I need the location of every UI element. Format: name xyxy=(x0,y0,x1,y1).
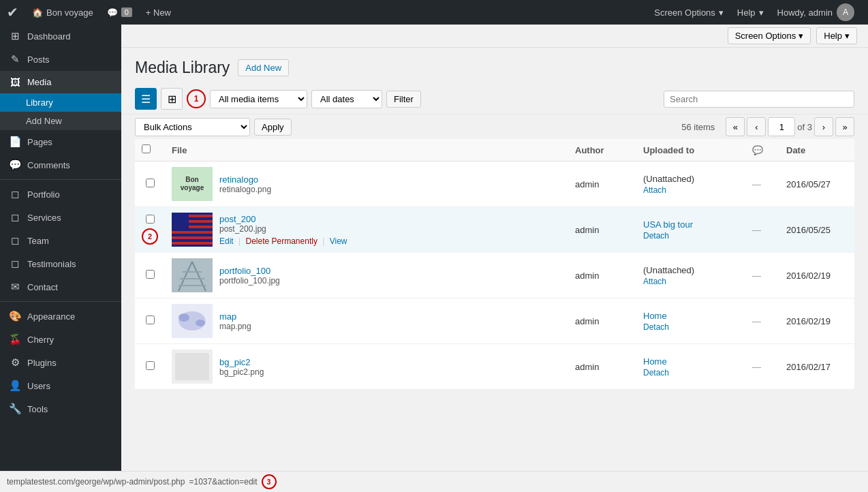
sidebar-item-services[interactable]: ◻ Services xyxy=(0,206,121,229)
row-checkbox-map[interactable] xyxy=(146,316,155,324)
row-author-map: admin xyxy=(568,298,636,344)
sidebar-label-dashboard: Dashboard xyxy=(27,31,71,42)
file-title-map[interactable]: map xyxy=(219,311,251,322)
apply-button[interactable]: Apply xyxy=(254,119,292,136)
prev-page-button[interactable]: ‹ xyxy=(747,117,766,136)
sidebar-item-posts[interactable]: ✎ Posts xyxy=(0,48,121,71)
thumb-cell-bgpic2: bg_pic2 bg_pic2.png xyxy=(172,350,561,384)
comment-count-portfolio100: — xyxy=(752,271,761,281)
filter-button[interactable]: Filter xyxy=(386,91,421,108)
sidebar-item-pages[interactable]: 📄 Pages xyxy=(0,130,121,153)
uploaded-to-post200[interactable]: USA big tour xyxy=(643,219,693,230)
file-title-portfolio100[interactable]: portfolio_100 xyxy=(219,266,280,276)
row-comment-retinalogo: — xyxy=(745,162,779,207)
help-button[interactable]: Help ▾ xyxy=(730,0,771,25)
users-icon: 👤 xyxy=(8,380,22,392)
sidebar-item-cherry[interactable]: 🍒 Cherry xyxy=(0,328,121,351)
file-name-post200: post_200.jpg xyxy=(219,224,347,234)
sidebar-item-media[interactable]: 🖼 Media xyxy=(0,71,121,93)
file-info-retinalogo: retinalogo retinalogo.png xyxy=(219,174,271,194)
media-type-filter[interactable]: All media items Images Audio Video Docum… xyxy=(210,90,307,108)
col-header-date[interactable]: Date xyxy=(779,139,854,162)
file-title-bgpic2[interactable]: bg_pic2 xyxy=(219,357,264,367)
col-header-check xyxy=(135,139,165,162)
row-comment-bgpic2: — xyxy=(745,344,779,390)
attach-link-portfolio100[interactable]: Attach xyxy=(643,277,739,286)
portfolio-icon: ◻ xyxy=(8,188,22,200)
sidebar-item-users[interactable]: 👤 Users xyxy=(0,374,121,397)
row-file-bgpic2: bg_pic2 bg_pic2.png xyxy=(165,344,568,390)
list-view-button[interactable]: ☰ xyxy=(135,88,157,110)
file-title-post200[interactable]: post_200 xyxy=(219,214,347,224)
search-input[interactable] xyxy=(664,91,854,108)
delete-link-post200[interactable]: Delete Permanently xyxy=(246,236,317,246)
help-button-top[interactable]: Help ▾ xyxy=(816,27,857,44)
col-header-file[interactable]: File xyxy=(165,139,568,162)
detach-link-post200[interactable]: Detach xyxy=(643,231,739,241)
sidebar-media-submenu: Library Add New xyxy=(0,93,121,130)
row-checkbox-retinalogo[interactable] xyxy=(146,179,155,187)
uploaded-to-bgpic2[interactable]: Home xyxy=(643,356,667,367)
sidebar-item-portfolio[interactable]: ◻ Portfolio xyxy=(0,183,121,206)
select-all-checkbox[interactable] xyxy=(142,144,151,153)
next-page-button[interactable]: › xyxy=(814,117,833,136)
row-file-map: map map.png xyxy=(165,298,568,344)
edit-link-post200[interactable]: Edit xyxy=(219,236,234,246)
detach-link-map[interactable]: Detach xyxy=(643,322,739,332)
adminbar-user-menu[interactable]: Howdy, admin A xyxy=(771,0,861,25)
adminbar-site[interactable]: 🏠 Bon voyage xyxy=(25,0,100,25)
site-name: Bon voyage xyxy=(46,7,93,18)
file-name-map: map.png xyxy=(219,322,251,331)
main-layout: ⊞ Dashboard ✎ Posts 🖼 Media Library Add … xyxy=(0,25,868,471)
sidebar-item-library[interactable]: Library xyxy=(0,93,121,112)
detach-link-bgpic2[interactable]: Detach xyxy=(643,368,739,378)
file-title-retinalogo[interactable]: retinalogo xyxy=(219,174,271,185)
first-page-button[interactable]: « xyxy=(726,117,745,136)
row-checkbox-bgpic2[interactable] xyxy=(146,361,155,370)
table-row: 2 xyxy=(135,207,854,253)
status-url: templatestest.com/george/wp/wp-admin/pos… xyxy=(7,477,185,487)
row-comment-map: — xyxy=(745,298,779,344)
page-number-input[interactable] xyxy=(768,117,795,136)
adminbar-comments[interactable]: 💬 0 xyxy=(100,0,139,25)
sidebar-item-testimonials[interactable]: ◻ Testimonials xyxy=(0,252,121,275)
svg-rect-9 xyxy=(172,258,213,292)
date-filter[interactable]: All dates 2016/05 2016/02 xyxy=(311,90,382,108)
grid-view-button[interactable]: ⊞ xyxy=(161,88,183,110)
row-date-portfolio100: 2016/02/19 xyxy=(779,253,854,298)
sidebar-item-dashboard[interactable]: ⊞ Dashboard xyxy=(0,25,121,48)
col-header-author[interactable]: Author xyxy=(568,139,636,162)
row-checkbox-portfolio100[interactable] xyxy=(146,270,155,279)
sidebar-item-appearance[interactable]: 🎨 Appearance xyxy=(0,305,121,328)
sidebar-item-comments[interactable]: 💬 Comments xyxy=(0,153,121,176)
comment-count-map: — xyxy=(752,316,761,326)
attach-link-retinalogo[interactable]: Attach xyxy=(643,185,739,195)
services-icon: ◻ xyxy=(8,211,22,224)
sidebar-item-team[interactable]: ◻ Team xyxy=(0,229,121,252)
sidebar-item-add-new[interactable]: Add New xyxy=(0,112,121,130)
last-page-button[interactable]: » xyxy=(835,117,854,136)
annotation-circle-2: 2 xyxy=(142,228,158,245)
sidebar-item-plugins[interactable]: ⚙ Plugins xyxy=(0,351,121,374)
view-link-post200[interactable]: View xyxy=(330,236,347,246)
col-header-uploaded[interactable]: Uploaded to xyxy=(636,139,745,162)
svg-point-19 xyxy=(196,320,205,326)
row-date-bgpic2: 2016/02/17 xyxy=(779,344,854,390)
sidebar-item-contact[interactable]: ✉ Contact xyxy=(0,275,121,298)
top-bar: Screen Options ▾ Help ▾ xyxy=(121,25,868,48)
bulk-actions-select[interactable]: Bulk Actions Delete Permanently xyxy=(135,118,250,136)
uploaded-to-map[interactable]: Home xyxy=(643,311,667,321)
row-checkbox-post200[interactable] xyxy=(146,215,155,224)
comment-count-retinalogo: — xyxy=(752,179,761,189)
comment-count-bgpic2: — xyxy=(752,362,761,372)
wp-logo-icon[interactable]: ✔ xyxy=(7,4,18,20)
table-row: portfolio_100 portfolio_100.jpg admin (U… xyxy=(135,253,854,298)
sidebar-item-tools[interactable]: 🔧 Tools xyxy=(0,397,121,420)
adminbar-new[interactable]: + New xyxy=(139,0,178,25)
sidebar-label-add-new: Add New xyxy=(26,116,62,126)
screen-options-button-top[interactable]: Screen Options ▾ xyxy=(728,27,811,44)
screen-options-button[interactable]: Screen Options ▾ xyxy=(647,0,730,25)
page-of-label: of 3 xyxy=(797,122,812,132)
add-new-button[interactable]: Add New xyxy=(238,59,289,76)
sidebar: ⊞ Dashboard ✎ Posts 🖼 Media Library Add … xyxy=(0,25,121,471)
